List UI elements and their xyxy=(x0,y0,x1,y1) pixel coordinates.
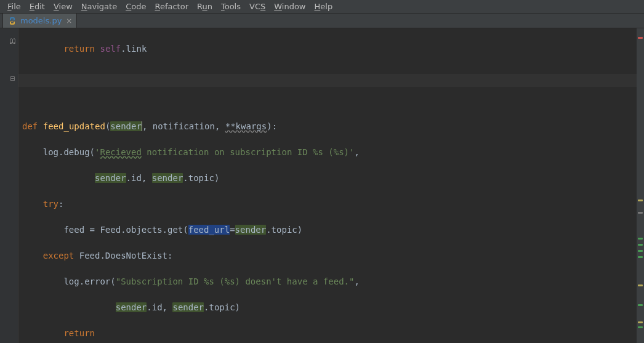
tabbar: models.py × xyxy=(0,14,644,28)
menu-edit[interactable]: Edit xyxy=(26,1,49,12)
menu-navigate[interactable]: Navigate xyxy=(78,1,121,12)
menubar: File Edit View Navigate Code Refactor Ru… xyxy=(0,0,644,14)
info-mark[interactable] xyxy=(638,212,643,214)
python-file-icon xyxy=(8,17,17,25)
ok-mark[interactable] xyxy=(638,250,643,252)
bookmark-icon[interactable]: 🕮 xyxy=(9,37,16,45)
ok-mark[interactable] xyxy=(638,304,643,306)
error-stripe[interactable] xyxy=(637,28,644,343)
warning-mark[interactable] xyxy=(638,321,643,323)
menu-vcs[interactable]: VCS xyxy=(246,1,269,12)
ok-mark[interactable] xyxy=(638,256,643,258)
menu-code[interactable]: Code xyxy=(122,1,150,12)
fold-marker[interactable]: ⊟ xyxy=(10,75,15,82)
editor[interactable]: 🕮 ⊟ return self.link def feed_updated(se… xyxy=(0,28,637,343)
menu-view[interactable]: View xyxy=(50,1,76,12)
menu-file[interactable]: File xyxy=(4,1,25,12)
code-area[interactable]: return self.link def feed_updated(sender… xyxy=(18,28,637,343)
warning-mark[interactable] xyxy=(638,200,643,201)
gutter[interactable]: 🕮 ⊟ xyxy=(0,28,18,343)
warning-mark[interactable] xyxy=(638,284,643,286)
tab-models-py[interactable]: models.py × xyxy=(2,13,77,28)
close-icon[interactable]: × xyxy=(65,17,73,25)
error-mark[interactable] xyxy=(638,37,643,39)
menu-help[interactable]: Help xyxy=(311,1,337,12)
ok-mark[interactable] xyxy=(638,326,643,328)
menu-run[interactable]: Run xyxy=(193,1,216,12)
ok-mark[interactable] xyxy=(638,238,643,240)
tab-label: models.py xyxy=(20,16,62,25)
menu-window[interactable]: Window xyxy=(270,1,309,12)
ok-mark[interactable] xyxy=(638,244,643,246)
menu-refactor[interactable]: Refactor xyxy=(151,1,192,12)
menu-tools[interactable]: Tools xyxy=(217,1,244,12)
